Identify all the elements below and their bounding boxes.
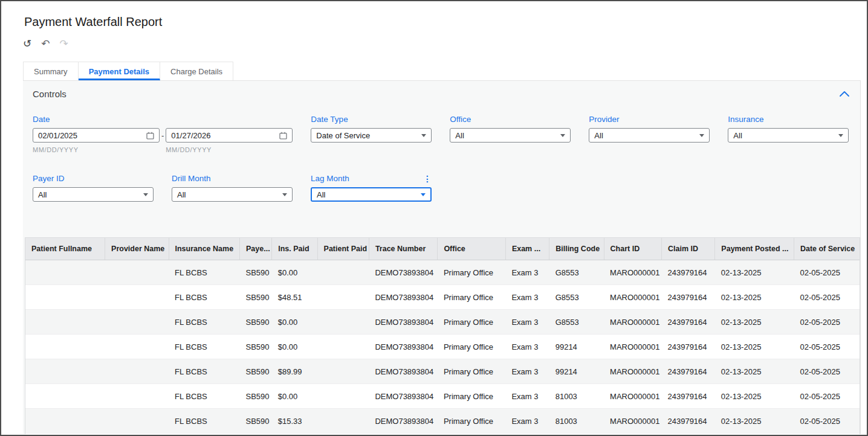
table-cell: Exam 3 <box>505 310 549 335</box>
filter-row-2: Payer ID All Drill Month All Lag Mon <box>23 174 860 202</box>
table-cell: Exam 3 <box>505 359 549 384</box>
filter-drill-month-label: Drill Month <box>172 174 211 183</box>
filter-payer-id: Payer ID All <box>33 174 154 202</box>
table-cell: FL BCBS <box>169 359 240 384</box>
table-cell <box>317 285 369 310</box>
table-header-row: Patient FullnameProvider NameInsurance N… <box>25 238 860 260</box>
table-cell: 243979164 <box>661 285 714 310</box>
page-title: Payment Waterfall Report <box>24 15 162 29</box>
calendar-icon[interactable] <box>279 132 287 139</box>
table-body: FL BCBSSB590$0.00DEMO73893804Primary Off… <box>25 260 860 434</box>
chevron-down-icon <box>699 134 704 137</box>
filter-insurance-label: Insurance <box>728 115 763 124</box>
table-cell: Primary Office <box>438 285 505 310</box>
table-cell: Primary Office <box>438 335 505 359</box>
payer-id-select[interactable]: All <box>33 187 154 202</box>
column-header[interactable]: Payment Posted ... <box>715 238 794 260</box>
table-cell: 99214 <box>549 359 604 384</box>
table-cell: FL BCBS <box>169 384 240 409</box>
tab-payment-details[interactable]: Payment Details <box>79 62 160 80</box>
table-cell <box>25 310 105 335</box>
column-header[interactable]: Trace Number <box>369 238 437 260</box>
table-cell: 02-13-2025 <box>715 359 794 384</box>
insurance-select[interactable]: All <box>728 128 849 143</box>
filter-date-label: Date <box>33 115 50 124</box>
table-row[interactable]: FL BCBSSB590$89.99DEMO73893804Primary Of… <box>25 359 860 384</box>
column-header[interactable]: Date of Service <box>794 238 860 260</box>
tab-summary[interactable]: Summary <box>23 62 79 80</box>
table-cell: G8553 <box>549 285 604 310</box>
table-cell: G8553 <box>549 310 604 335</box>
undo-icon[interactable]: ↶ <box>41 39 50 49</box>
table-cell: Exam 3 <box>505 335 549 359</box>
table-cell: 243979164 <box>661 260 714 285</box>
table-cell: SB590 <box>240 335 272 359</box>
column-header[interactable]: Exam ... <box>505 238 549 260</box>
column-header[interactable]: Patient Paid <box>317 238 369 260</box>
column-header[interactable]: Billing Code <box>549 238 604 260</box>
table-cell: 02-13-2025 <box>715 384 794 409</box>
table-cell: 02-05-2025 <box>794 310 860 335</box>
table-row[interactable]: FL BCBSSB590$15.33DEMO73893804Primary Of… <box>25 409 860 434</box>
calendar-icon[interactable] <box>146 132 154 139</box>
office-select[interactable]: All <box>450 128 571 143</box>
filter-insurance: Insurance All <box>728 115 849 153</box>
tab-bar: Summary Payment Details Charge Details <box>23 62 233 80</box>
table-cell: DEMO73893804 <box>369 285 437 310</box>
table-cell <box>105 359 169 384</box>
table-cell: 02-13-2025 <box>715 285 794 310</box>
table-cell: FL BCBS <box>169 409 240 434</box>
table-cell <box>317 335 369 359</box>
table-cell: DEMO73893804 <box>369 310 437 335</box>
filter-row-1: Date 02/01/2025 MM/DD/YYYY - <box>23 115 860 153</box>
provider-select[interactable]: All <box>589 128 710 143</box>
table-cell: MARO000001 <box>604 409 661 434</box>
table-cell: 02-13-2025 <box>715 335 794 359</box>
column-header[interactable]: Office <box>438 238 505 260</box>
column-header[interactable]: Chart ID <box>604 238 661 260</box>
column-header[interactable]: Provider Name <box>105 238 169 260</box>
column-header[interactable]: Insurance Name <box>169 238 240 260</box>
drill-month-select[interactable]: All <box>172 187 293 202</box>
filter-drill-month: Drill Month All <box>172 174 293 202</box>
date-start-input[interactable]: 02/01/2025 <box>33 128 160 143</box>
column-header[interactable]: Claim ID <box>661 238 714 260</box>
table-cell <box>25 409 105 434</box>
table-cell: $15.33 <box>272 409 317 434</box>
filter-provider: Provider All <box>589 115 710 153</box>
lag-month-select[interactable]: All <box>311 187 432 202</box>
payments-table: Patient FullnameProvider NameInsurance N… <box>25 238 860 434</box>
provider-value: All <box>594 131 603 140</box>
table-row[interactable]: FL BCBSSB590$0.00DEMO73893804Primary Off… <box>25 335 860 359</box>
date-end-input[interactable]: 01/27/2026 <box>166 128 293 143</box>
tab-charge-details[interactable]: Charge Details <box>160 62 233 80</box>
column-header[interactable]: Paye... <box>240 238 272 260</box>
reset-icon[interactable]: ↺ <box>23 39 31 49</box>
column-header[interactable]: Patient Fullname <box>25 238 105 260</box>
table-cell <box>105 384 169 409</box>
table-cell: $89.99 <box>272 359 317 384</box>
table-cell: FL BCBS <box>169 260 240 285</box>
table-cell: MARO000001 <box>604 310 661 335</box>
date-type-select[interactable]: Date of Service <box>311 128 432 143</box>
table-cell: MARO000001 <box>604 335 661 359</box>
table-cell: 243979164 <box>661 310 714 335</box>
filter-office-label: Office <box>450 115 471 124</box>
table-row[interactable]: FL BCBSSB590$0.00DEMO73893804Primary Off… <box>25 384 860 409</box>
kebab-menu-icon[interactable]: ⋮ <box>423 175 432 183</box>
table-cell: 243979164 <box>661 335 714 359</box>
table-row[interactable]: FL BCBSSB590$48.51DEMO73893804Primary Of… <box>25 285 860 310</box>
table-cell <box>105 260 169 285</box>
chevron-up-icon[interactable] <box>838 90 850 98</box>
table-cell: SB590 <box>240 384 272 409</box>
lag-month-value: All <box>317 190 325 199</box>
table-cell: DEMO73893804 <box>369 260 437 285</box>
column-header[interactable]: Ins. Paid <box>272 238 317 260</box>
date-end-value: 01/27/2026 <box>171 131 210 140</box>
table-row[interactable]: FL BCBSSB590$0.00DEMO73893804Primary Off… <box>25 310 860 335</box>
table-cell: Primary Office <box>438 260 505 285</box>
table-row[interactable]: FL BCBSSB590$0.00DEMO73893804Primary Off… <box>25 260 860 285</box>
table-cell: 02-13-2025 <box>715 310 794 335</box>
date-start-value: 02/01/2025 <box>38 131 77 140</box>
table-cell: SB590 <box>240 409 272 434</box>
